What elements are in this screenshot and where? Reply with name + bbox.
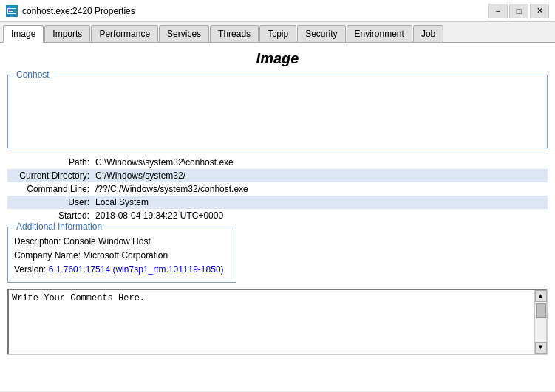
description-text: Description: Console Window Host: [14, 235, 230, 249]
scrollbar-track: ▲ ▼: [534, 290, 546, 354]
title-bar-text: conhost.exe:2420 Properties: [22, 6, 488, 16]
row-value: Local System: [92, 196, 548, 209]
company-name-text: Company Name: Microsoft Corporation: [14, 249, 230, 263]
additional-info-label: Additional Information: [14, 221, 104, 232]
svg-rect-3: [9, 10, 12, 10]
tab-performance[interactable]: Performance: [91, 25, 158, 42]
table-row: Started:2018-08-04 19:34:22 UTC+0000: [7, 209, 548, 222]
row-value: 2018-08-04 19:34:22 UTC+0000: [92, 209, 548, 222]
additional-info-content: Description: Console Window Host Company…: [14, 235, 230, 278]
row-label: User:: [7, 196, 92, 209]
row-label: Command Line:: [7, 182, 92, 196]
tab-services[interactable]: Services: [159, 25, 209, 42]
conhost-section-label: Conhost: [14, 69, 52, 80]
info-table: Path:C:\Windows\system32\conhost.exeCurr…: [7, 156, 548, 222]
tab-threads[interactable]: Threads: [210, 25, 259, 42]
tab-image[interactable]: Image: [3, 25, 44, 43]
table-row: Command Line:/??/C:/Windows/system32/con…: [7, 182, 548, 196]
tab-job[interactable]: Job: [413, 25, 443, 42]
comments-wrapper: ▲ ▼: [7, 289, 548, 355]
tab-tcpip[interactable]: Tcpip: [259, 25, 296, 42]
tab-bar: ImageImportsPerformanceServicesThreadsTc…: [0, 22, 555, 43]
scroll-down-button[interactable]: ▼: [535, 342, 547, 354]
title-bar: conhost.exe:2420 Properties − □ ✕: [0, 0, 555, 22]
content-area: Image Conhost Path:C:\Windows\system32\c…: [0, 43, 555, 391]
row-value: /??/C:/Windows/system32/conhost.exe: [92, 182, 548, 196]
app-icon: [6, 5, 18, 17]
window-controls: − □ ✕: [488, 4, 549, 18]
additional-info-box: Additional Information Description: Cons…: [7, 227, 236, 283]
comments-textarea[interactable]: [9, 290, 534, 354]
table-row: Current Directory:C:/Windows/system32/: [7, 169, 548, 182]
row-label: Started:: [7, 209, 92, 222]
svg-rect-4: [9, 11, 13, 12]
row-label: Path:: [7, 156, 92, 169]
tab-security[interactable]: Security: [297, 25, 345, 42]
row-value: C:\Windows\system32\conhost.exe: [92, 156, 548, 169]
row-value: C:/Windows/system32/: [92, 169, 548, 182]
table-row: Path:C:\Windows\system32\conhost.exe: [7, 156, 548, 169]
tab-imports[interactable]: Imports: [44, 25, 90, 42]
page-title: Image: [7, 50, 548, 67]
scroll-up-button[interactable]: ▲: [535, 290, 547, 302]
tab-environment[interactable]: Environment: [347, 25, 412, 42]
close-button[interactable]: ✕: [530, 4, 549, 18]
maximize-button[interactable]: □: [509, 4, 528, 18]
version-prefix: Version:: [14, 264, 49, 275]
minimize-button[interactable]: −: [488, 4, 508, 18]
version-number: 6.1.7601.17514: [49, 264, 110, 275]
version-line: Version: 6.1.7601.17514 (win7sp1_rtm.101…: [14, 263, 230, 277]
row-label: Current Directory:: [7, 169, 92, 182]
version-detail: (win7sp1_rtm.101119-1850): [110, 264, 223, 275]
scroll-thumb[interactable]: [536, 303, 546, 318]
table-row: User:Local System: [7, 196, 548, 209]
conhost-section: Conhost: [7, 75, 548, 148]
